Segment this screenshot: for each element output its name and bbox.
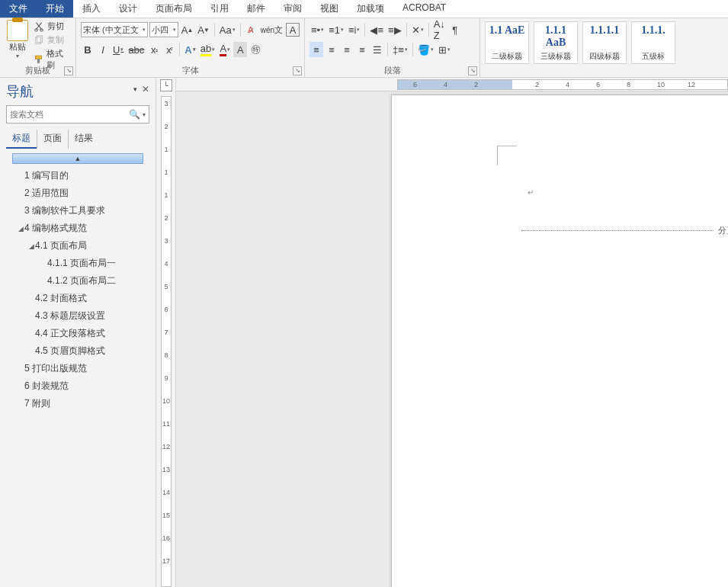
nav-tab-headings[interactable]: 标题 <box>6 130 37 149</box>
style-preview: 1.1.1.1 <box>583 24 626 37</box>
decrease-indent-button[interactable]: ◀≡ <box>368 22 385 37</box>
bold-button[interactable]: B <box>81 42 95 57</box>
separator <box>387 43 388 56</box>
page-corner-mark <box>497 146 517 165</box>
tab-file[interactable]: 文件 <box>0 0 37 18</box>
outline-item-label: 4.1.2 页面布局二 <box>47 274 116 287</box>
ruler-tick: 6 <box>596 81 600 88</box>
shading-button[interactable]: 🪣▾ <box>416 42 435 57</box>
text-effects-button[interactable]: A▾ <box>183 42 197 57</box>
align-right-button[interactable]: ≡ <box>340 42 354 57</box>
search-icon[interactable]: 🔍 <box>126 109 143 120</box>
tab-design[interactable]: 设计 <box>110 0 146 18</box>
grow-font-button[interactable]: A▲ <box>180 22 195 37</box>
change-case-button[interactable]: Aa▾ <box>218 22 237 37</box>
tab-selector-icon[interactable]: └ <box>160 79 172 91</box>
clipboard-dialog-icon[interactable]: ↘ <box>64 66 73 75</box>
sort-button[interactable]: A↓Z <box>432 22 447 37</box>
superscript-button[interactable]: x² <box>162 42 176 57</box>
collapse-icon[interactable]: ◢ <box>27 242 35 250</box>
ruler-tick: 4 <box>444 81 447 88</box>
outline-item[interactable]: ◢4.1 页面布局 <box>6 237 149 255</box>
clear-formatting-button[interactable]: A̷ <box>244 22 258 37</box>
collapse-icon[interactable]: ◢ <box>17 225 24 233</box>
line-spacing-button[interactable]: ‡≡▾ <box>391 42 409 57</box>
navigation-search[interactable]: 🔍 ▾ <box>6 105 149 123</box>
tab-home[interactable]: 开始 <box>37 0 73 18</box>
tab-insert[interactable]: 插入 <box>73 0 110 18</box>
multilevel-list-button[interactable]: ≡i▾ <box>347 22 361 37</box>
character-shading-button[interactable]: A <box>233 42 247 57</box>
phonetic-guide-button[interactable]: wén文 <box>259 22 284 37</box>
tab-addins[interactable]: 加载项 <box>348 0 393 18</box>
outline-item[interactable]: 4.4 正文段落格式 <box>6 325 149 342</box>
character-border-button[interactable]: A <box>286 23 300 37</box>
outline-item-label: 4.4 正文段落格式 <box>35 327 105 340</box>
outline-item[interactable]: 4.3 标题层级设置 <box>6 307 149 325</box>
font-name-combo[interactable]: 宋体 (中文正文▾ <box>81 22 148 37</box>
style-heading5[interactable]: 1.1.1.五级标 <box>631 21 675 64</box>
asian-layout-button[interactable]: ✕▾ <box>410 22 425 37</box>
outline-item[interactable]: 4.2 封面格式 <box>6 290 149 307</box>
font-color-button[interactable]: A▾ <box>218 42 232 57</box>
copy-button[interactable]: 复制 <box>32 34 71 47</box>
paragraph-dialog-icon[interactable]: ↘ <box>468 66 477 75</box>
outline-item[interactable]: 4.5 页眉页脚格式 <box>6 342 149 360</box>
tab-mailings[interactable]: 邮件 <box>238 0 274 18</box>
style-heading3[interactable]: 1.1.1 AaB三级标题 <box>534 21 578 64</box>
align-left-button[interactable]: ≡ <box>309 42 323 57</box>
distributed-button[interactable]: ☰ <box>370 42 384 57</box>
justify-button[interactable]: ≡ <box>355 42 369 57</box>
ruler-tick: 2 <box>535 81 539 88</box>
underline-button[interactable]: U▾ <box>111 42 125 57</box>
ruler-tick: 6 <box>162 306 171 313</box>
style-heading2[interactable]: 1.1 AaE二级标题 <box>485 21 529 64</box>
outline-jump-top[interactable]: ▲ <box>12 153 143 164</box>
outline-item[interactable]: 4.1.1 页面布局一 <box>6 255 149 272</box>
show-marks-button[interactable]: ¶ <box>448 22 462 37</box>
borders-button[interactable]: ⊞▾ <box>437 42 452 57</box>
highlight-button[interactable]: ab▾ <box>199 42 216 57</box>
bullets-button[interactable]: ≡•▾ <box>309 22 326 37</box>
shrink-font-button[interactable]: A▼ <box>196 22 211 37</box>
outline-item[interactable]: 6 封装规范 <box>6 377 149 395</box>
search-dropdown-icon[interactable]: ▾ <box>143 111 149 118</box>
search-input[interactable] <box>7 110 126 119</box>
paste-dropdown-icon[interactable]: ▾ <box>5 53 30 59</box>
outline-item[interactable]: 5 打印出版规范 <box>6 360 149 377</box>
navigation-options-icon[interactable]: ▾ <box>133 85 137 93</box>
ruler-tick: 1 <box>162 146 171 153</box>
outline-item[interactable]: 1 编写目的 <box>6 167 149 184</box>
tab-layout[interactable]: 页面布局 <box>146 0 201 18</box>
outline-item-label: 4 编制格式规范 <box>24 222 87 235</box>
document-page[interactable]: ↵ 分页符 <box>391 95 728 587</box>
cut-button[interactable]: 剪切 <box>32 20 71 33</box>
enclose-characters-button[interactable]: ㊕ <box>249 42 262 57</box>
strikethrough-button[interactable]: abc <box>127 42 146 57</box>
numbering-button[interactable]: ≡1▾ <box>327 22 345 37</box>
subscript-button[interactable]: x₂ <box>147 42 161 57</box>
nav-tab-pages[interactable]: 页面 <box>37 130 69 149</box>
align-center-button[interactable]: ≡ <box>325 42 338 57</box>
outline-item[interactable]: ◢4 编制格式规范 <box>6 220 149 237</box>
tab-references[interactable]: 引用 <box>201 0 238 18</box>
outline-item[interactable]: 2 适用范围 <box>6 184 149 202</box>
italic-button[interactable]: I <box>96 42 110 57</box>
outline-item-label: 4.1.1 页面布局一 <box>47 257 116 270</box>
navigation-close-icon[interactable]: ✕ <box>142 84 149 95</box>
style-heading4[interactable]: 1.1.1.1四级标题 <box>582 21 627 64</box>
tab-review[interactable]: 审阅 <box>274 0 311 18</box>
nav-tab-results[interactable]: 结果 <box>69 130 99 149</box>
tab-view[interactable]: 视图 <box>311 0 348 18</box>
font-group-label: 字体 <box>182 65 199 76</box>
font-size-combo[interactable]: 小四▾ <box>149 22 178 37</box>
font-dialog-icon[interactable]: ↘ <box>293 66 302 75</box>
tab-acrobat[interactable]: ACROBAT <box>393 0 455 18</box>
page-break-line <box>521 230 714 231</box>
outline-item[interactable]: 4.1.2 页面布局二 <box>6 272 149 290</box>
document-area: 64224681012 ↵ 分页符 <box>176 78 728 587</box>
outline-item[interactable]: 3 编制软件工具要求 <box>6 202 149 220</box>
chevron-down-icon: ▾ <box>143 27 146 33</box>
outline-item[interactable]: 7 附则 <box>6 395 149 412</box>
increase-indent-button[interactable]: ≡▶ <box>386 22 403 37</box>
